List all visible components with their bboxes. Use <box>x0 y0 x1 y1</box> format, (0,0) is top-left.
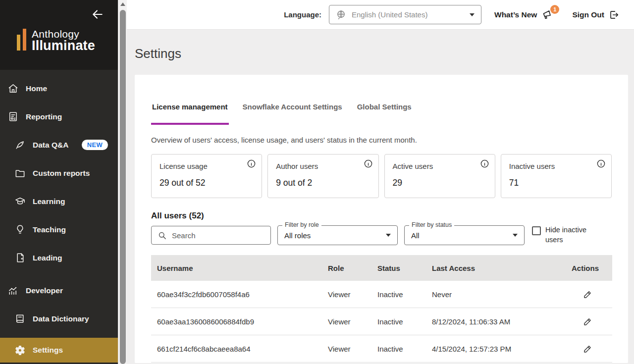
pencil-icon <box>582 344 593 354</box>
sidebar-item-data-dictionary[interactable]: Data Dictionary <box>0 305 118 333</box>
column-header-username: Username <box>157 264 328 272</box>
language-value: English (United States) <box>352 10 427 19</box>
stats-row: License usage 29 out of 52 Author users … <box>151 154 612 198</box>
logo-bars-icon <box>17 29 26 51</box>
settings-tabs: License management Snowflake Account Set… <box>151 103 612 125</box>
cell-username: 60ae34f3c2fdb6007058f4a6 <box>157 290 328 299</box>
table-row: 60ae34f3c2fdb6007058f4a6 Viewer Inactive… <box>151 281 612 308</box>
cell-status: Inactive <box>377 345 432 353</box>
table-header: Username Role Status Last Access Actions <box>151 255 612 281</box>
logout-icon <box>608 9 619 20</box>
home-icon <box>6 82 19 95</box>
pencil-icon <box>582 316 593 327</box>
hide-inactive-users-checkbox[interactable] <box>532 226 541 235</box>
sidebar-item-label: Data Dictionary <box>33 314 89 323</box>
tab-global-settings[interactable]: Global Settings <box>356 103 413 125</box>
overview-text: Overview of users' access, license usage… <box>151 136 612 144</box>
lightbulb-icon <box>13 223 26 236</box>
filter-by-role-label: Filter by role <box>282 221 321 228</box>
hide-inactive-users-control: Hide inactive users <box>532 225 591 245</box>
gear-icon <box>13 344 26 357</box>
cell-username: 661cf214cf6c8abcaeea8a64 <box>157 345 328 353</box>
users-table: Username Role Status Last Access Actions… <box>151 255 612 363</box>
scrollbar-up-button[interactable] <box>118 0 127 8</box>
cell-last-access: Never <box>432 290 572 299</box>
stat-value: 9 out of 2 <box>276 178 370 188</box>
sidebar-item-learning[interactable]: Learning <box>0 187 118 215</box>
scrollbar-thumb[interactable] <box>120 10 126 364</box>
search-input[interactable] <box>172 231 264 240</box>
sidebar-item-data-qa[interactable]: Data Q&A NEW <box>0 131 118 159</box>
search-icon <box>158 231 167 240</box>
sidebar: Anthology Illuminate Home Reporting Data… <box>0 0 118 364</box>
chevron-down-icon <box>470 13 475 16</box>
sidebar-item-reporting[interactable]: Reporting <box>0 103 118 131</box>
sidebar-item-home[interactable]: Home <box>0 74 118 103</box>
info-icon[interactable] <box>480 159 489 168</box>
info-icon[interactable] <box>596 159 606 168</box>
sidebar-item-label: Leading <box>33 254 62 262</box>
triangle-up-icon <box>120 2 125 6</box>
brand-logo: Anthology Illuminate <box>17 29 95 53</box>
topbar: Language: English (United States) What’s… <box>127 0 634 30</box>
book-icon <box>13 312 26 325</box>
filter-by-role-value: All roles <box>284 231 311 240</box>
column-header-role: Role <box>328 264 377 272</box>
column-header-actions: Actions <box>572 264 612 272</box>
column-header-last-access: Last Access <box>432 264 572 272</box>
cell-username: 60ae3aa1360086006884fdb9 <box>157 317 328 326</box>
info-icon[interactable] <box>247 159 256 168</box>
notification-badge: 1 <box>550 5 559 14</box>
new-badge: NEW <box>82 140 108 150</box>
brand-name-line2: Illuminate <box>32 39 95 53</box>
sidebar-item-teaching[interactable]: Teaching <box>0 215 118 244</box>
table-row: 661cf214cf6c8abcaeea8a64 Viewer Inactive… <box>151 335 612 363</box>
sidebar-item-label: Teaching <box>33 225 66 234</box>
cell-role: Viewer <box>328 317 377 326</box>
tab-license-management[interactable]: License management <box>151 103 229 125</box>
collapse-sidebar-button[interactable] <box>91 8 105 22</box>
graduation-cap-icon <box>13 195 26 208</box>
page-title: Settings <box>135 46 628 61</box>
whats-new-button[interactable]: What’s New 1 <box>494 8 554 21</box>
chevron-down-icon <box>386 234 391 237</box>
all-users-heading: All users (52) <box>151 211 612 221</box>
filter-by-status-label: Filter by status <box>409 221 454 228</box>
sidebar-item-label: Home <box>26 84 47 93</box>
sidebar-item-leading[interactable]: Leading <box>0 244 118 272</box>
edit-user-button[interactable] <box>581 343 593 355</box>
sidebar-item-label: Reporting <box>26 112 62 121</box>
sidebar-item-label: Developer <box>26 286 63 295</box>
info-icon[interactable] <box>364 159 373 168</box>
folder-icon <box>13 167 26 180</box>
cell-role: Viewer <box>328 345 377 353</box>
sidebar-item-label: Learning <box>33 197 65 206</box>
filter-row: Filter by role All roles Filter by statu… <box>151 225 612 245</box>
vertical-scrollbar[interactable] <box>118 0 127 364</box>
sign-out-button[interactable]: Sign Out <box>572 9 619 20</box>
stat-card-inactive-users: Inactive users 71 <box>501 154 612 198</box>
sidebar-item-custom-reports[interactable]: Custom reports <box>0 159 118 187</box>
edit-user-button[interactable] <box>581 315 593 327</box>
settings-card: License management Snowflake Account Set… <box>135 75 628 363</box>
filter-by-status-select[interactable]: Filter by status All <box>404 225 525 245</box>
main-content: Settings License management Snowflake Ac… <box>127 30 634 364</box>
data-qa-icon <box>13 139 26 152</box>
cell-role: Viewer <box>328 290 377 299</box>
sidebar-header: Anthology Illuminate <box>0 0 118 70</box>
sidebar-item-developer[interactable]: Developer <box>0 276 118 305</box>
tab-snowflake-account-settings[interactable]: Snowflake Account Settings <box>242 103 343 125</box>
report-icon <box>6 110 19 123</box>
search-box <box>151 226 271 245</box>
pencil-icon <box>582 289 593 300</box>
edit-user-button[interactable] <box>581 288 593 300</box>
table-row: 60ae3aa1360086006884fdb9 Viewer Inactive… <box>151 308 612 335</box>
stat-value: 29 out of 52 <box>159 178 254 188</box>
sidebar-item-label: Custom reports <box>33 169 90 178</box>
chevron-down-icon <box>513 234 518 237</box>
stat-card-license-usage: License usage 29 out of 52 <box>151 154 262 198</box>
sidebar-item-settings[interactable]: Settings <box>0 338 118 363</box>
language-select[interactable]: English (United States) <box>329 5 481 24</box>
sidebar-item-label: Data Q&A <box>33 141 68 150</box>
filter-by-role-select[interactable]: Filter by role All roles <box>277 225 398 245</box>
